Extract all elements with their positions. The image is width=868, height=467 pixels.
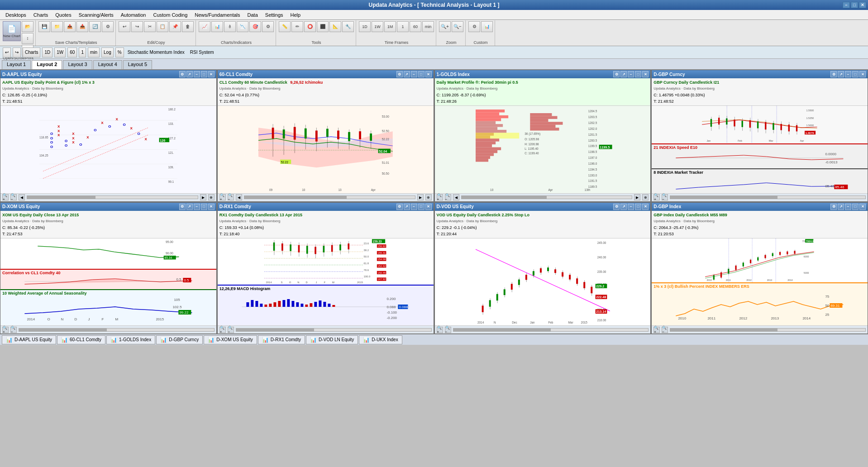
- chart-close-gbp-index[interactable]: ✕: [859, 204, 866, 210]
- chart-min-xom[interactable]: −: [194, 204, 200, 210]
- scroll-left-cl1[interactable]: ◀: [236, 194, 242, 200]
- maximize-button[interactable]: □: [851, 2, 858, 8]
- minimize-button[interactable]: −: [843, 2, 850, 8]
- scroll-left-golds[interactable]: ◀: [453, 194, 459, 200]
- chart-export-gbp-index[interactable]: ↗: [838, 204, 844, 210]
- overlay-button[interactable]: 🎯: [249, 21, 261, 32]
- refresh-button[interactable]: 🔄: [89, 21, 101, 32]
- expand-golds[interactable]: ⊕: [642, 194, 649, 200]
- chart-max-gbp-curncy[interactable]: □: [852, 71, 858, 77]
- chart-export-xom[interactable]: ↗: [186, 204, 193, 210]
- vod-scrollbar[interactable]: [453, 327, 649, 333]
- scroll-right-golds[interactable]: ▶: [634, 194, 640, 200]
- bar-chart-button[interactable]: 📊: [211, 21, 223, 32]
- gbp-scrollbar[interactable]: [670, 195, 866, 200]
- status-ukx[interactable]: 📊 D-UKX Index: [359, 335, 402, 344]
- chart-min-vod[interactable]: −: [628, 204, 634, 210]
- chart-settings-cl1[interactable]: ⚙: [396, 71, 403, 77]
- tb2-60[interactable]: 60: [67, 48, 77, 57]
- status-golds[interactable]: 📊 1-GOLDS Index: [106, 335, 155, 344]
- monthly-button[interactable]: 1M: [384, 21, 396, 32]
- zoom-in-gbp-index[interactable]: 🔍+: [653, 327, 660, 333]
- indicator-button[interactable]: 📉: [237, 21, 248, 32]
- tab-layout2[interactable]: Layout 2: [32, 60, 62, 69]
- menu-scanning[interactable]: Scanning/Alerts: [75, 11, 117, 19]
- chart-max-xom[interactable]: □: [201, 204, 207, 210]
- save-button[interactable]: 💾: [38, 21, 50, 32]
- tb2-1[interactable]: 1: [79, 48, 86, 57]
- weekly-button[interactable]: 1W: [372, 21, 383, 32]
- menu-charts[interactable]: Charts: [30, 11, 52, 19]
- tab-layout4[interactable]: Layout 4: [93, 60, 122, 69]
- golds-scrollbar[interactable]: [461, 195, 633, 200]
- zoom-in-aapl[interactable]: 🔍+: [2, 194, 9, 200]
- tools-settings-button[interactable]: 🔧: [342, 21, 354, 32]
- min-label-button[interactable]: min: [422, 21, 434, 32]
- zoom-out-cl1[interactable]: 🔍−: [228, 194, 234, 200]
- chart-max-rx1[interactable]: □: [418, 204, 424, 210]
- chart-min-cl1[interactable]: −: [411, 71, 417, 77]
- template-button[interactable]: 📤: [64, 21, 76, 32]
- chart-close-golds[interactable]: ✕: [642, 71, 649, 77]
- tb2-1w[interactable]: 1W: [54, 48, 66, 57]
- chart-export-aapl[interactable]: ↗: [186, 71, 193, 77]
- zoom-in-rx1[interactable]: 🔍+: [219, 327, 226, 333]
- chart-min-gbp-index[interactable]: −: [845, 204, 851, 210]
- chart-export-rx1[interactable]: ↗: [404, 204, 410, 210]
- scroll-left-aapl[interactable]: ◀: [19, 194, 25, 200]
- zoom-in-gbp[interactable]: 🔍+: [653, 194, 660, 200]
- chart-settings-aapl[interactable]: ⚙: [179, 71, 186, 77]
- zoom-in-xom[interactable]: 🔍+: [2, 327, 9, 333]
- custom-btn1[interactable]: ⚙: [468, 21, 480, 32]
- zoom-out-xom[interactable]: 🔍−: [10, 327, 17, 333]
- chart-min-aapl[interactable]: −: [194, 71, 200, 77]
- chart-settings-gbp-curncy[interactable]: ⚙: [830, 71, 837, 77]
- tab-layout3[interactable]: Layout 3: [63, 60, 92, 69]
- rx1-scrollbar[interactable]: [236, 327, 432, 333]
- expand-aapl[interactable]: ⊕: [208, 194, 215, 200]
- status-gbp-curncy[interactable]: 📊 D-GBP Curncy: [156, 335, 203, 344]
- candle-chart-button[interactable]: 🕯: [224, 21, 236, 32]
- zoom-in-golds[interactable]: 🔍+: [437, 194, 443, 200]
- redo-button[interactable]: ↪: [131, 21, 143, 32]
- chart-max-gbp-index[interactable]: □: [852, 204, 858, 210]
- menu-help[interactable]: Help: [287, 11, 305, 19]
- angle-button[interactable]: 📐: [329, 21, 341, 32]
- scroll-right-cl1[interactable]: ▶: [417, 194, 424, 200]
- chart-settings-vod[interactable]: ⚙: [613, 204, 620, 210]
- cut-button[interactable]: ✂: [144, 21, 156, 32]
- chart-export-vod[interactable]: ↗: [620, 204, 627, 210]
- tb2-charts[interactable]: Charts: [23, 48, 40, 57]
- menu-news[interactable]: News/Fundamentals: [191, 11, 243, 19]
- status-rx1[interactable]: 📊 D-RX1 Comdty: [258, 335, 305, 344]
- status-cl1[interactable]: 📊 60-CL1 Comdty: [57, 335, 105, 344]
- chart-close-gbp-curncy[interactable]: ✕: [859, 71, 866, 77]
- compare-button[interactable]: ⚙: [262, 21, 274, 32]
- 1min-button[interactable]: 1: [397, 21, 409, 32]
- zoom-out-button[interactable]: 🔍−: [452, 21, 463, 32]
- menu-custom-coding[interactable]: Custom Coding: [149, 11, 191, 19]
- status-vod-ln[interactable]: 📊 D-VOD LN Equity: [306, 335, 358, 344]
- settings-button[interactable]: ⚙: [102, 21, 114, 32]
- new-chart-button[interactable]: 📄 New Chart: [3, 21, 21, 41]
- trendline-button[interactable]: 📏: [279, 21, 291, 32]
- chart-close-vod[interactable]: ✕: [642, 204, 649, 210]
- aapl-scrollbar[interactable]: [27, 195, 198, 200]
- delete-button[interactable]: 🗑: [182, 21, 194, 32]
- tb2-undo[interactable]: ↩: [3, 48, 11, 57]
- open-button[interactable]: 📂: [22, 21, 33, 32]
- chart-export-gbp-curncy[interactable]: ↗: [838, 71, 844, 77]
- chart-close-rx1[interactable]: ✕: [425, 204, 432, 210]
- tab-layout5[interactable]: Layout 5: [123, 60, 152, 69]
- chart-export-golds[interactable]: ↗: [620, 71, 627, 77]
- menu-automation[interactable]: Automation: [117, 11, 150, 19]
- tb2-1d[interactable]: 1D: [42, 48, 52, 57]
- chart-min-rx1[interactable]: −: [411, 204, 417, 210]
- tb2-log[interactable]: Log: [101, 48, 114, 57]
- pencil-button[interactable]: ✏: [291, 21, 303, 32]
- chart-settings-golds[interactable]: ⚙: [613, 71, 620, 77]
- cl1-scrollbar[interactable]: [244, 195, 415, 200]
- scroll-right-aapl[interactable]: ▶: [200, 194, 206, 200]
- chart-max-aapl[interactable]: □: [201, 71, 207, 77]
- zoom-out-aapl[interactable]: 🔍−: [10, 194, 17, 200]
